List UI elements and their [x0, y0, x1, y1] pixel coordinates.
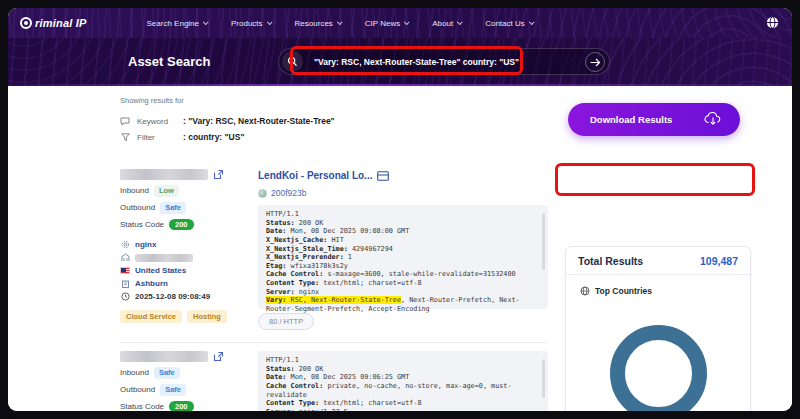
top-nav: riminal IP Search Engine Products Resour… — [8, 8, 792, 38]
nav-item-resources[interactable]: Resources — [295, 19, 341, 28]
search-icon — [282, 51, 303, 72]
favicon-hash[interactable]: 200f923b — [271, 188, 306, 198]
criminal-ip-logo[interactable]: riminal IP — [20, 17, 87, 29]
outbound-score-badge: Safe — [160, 202, 186, 214]
logo-icon — [20, 17, 32, 29]
inbound-score-badge: Low — [154, 185, 179, 197]
organization-icon — [120, 253, 130, 262]
search-bar[interactable]: "Vary: RSC, Next-Router-State-Tree" coun… — [278, 48, 610, 75]
asset-search-hero: Asset Search "Vary: RSC, Next-Router-Sta… — [8, 38, 792, 86]
port-protocol-badge[interactable]: 80 / HTTP — [258, 313, 314, 330]
chevron-down-icon — [337, 19, 343, 25]
outbound-label: Outbound — [120, 203, 155, 212]
filter-value: : country: "US" — [183, 132, 244, 142]
top-countries-label: Top Countries — [595, 286, 652, 296]
logo-text: riminal IP — [35, 17, 87, 29]
globe-icon — [580, 286, 590, 296]
inbound-label: Inbound — [120, 368, 149, 377]
result-1-title[interactable]: LendKoi - Personal Lo... — [258, 170, 389, 181]
screenshot-frame: riminal IP Search Engine Products Resour… — [0, 0, 800, 419]
search-query-text[interactable]: "Vary: RSC, Next-Router-State-Tree" coun… — [314, 57, 519, 67]
inbound-score-badge: Safe — [154, 367, 180, 379]
keyword-label: Keyword — [137, 117, 183, 126]
result-2-http-banner[interactable]: HTTP/1.1Status: 200 OKDate: Mon, 08 Dec … — [258, 351, 548, 411]
result-tags: Cloud Service Hosting — [120, 310, 255, 323]
redacted-ip — [120, 351, 208, 362]
us-flag-icon — [120, 267, 130, 274]
nav-menu: Search Engine Products Resources CIP New… — [147, 19, 533, 28]
clock-icon — [120, 292, 130, 301]
favicon-hash-row: 200f923b — [258, 188, 306, 198]
browser-window: riminal IP Search Engine Products Resour… — [8, 8, 792, 411]
redacted-hostname — [135, 254, 193, 262]
result-2-summary: InboundSafe OutboundSafe Status Code200 … — [120, 351, 255, 411]
city-value: Ashburn — [135, 279, 168, 288]
filter-row: Filter : country: "US" — [120, 132, 244, 142]
chevron-down-icon — [266, 19, 272, 25]
nav-item-about[interactable]: About — [432, 19, 461, 28]
nav-item-cip-news[interactable]: CIP News — [365, 19, 408, 28]
page-title: Asset Search — [128, 54, 210, 69]
status-code-label: Status Code — [120, 220, 164, 229]
tag-hosting: Hosting — [187, 310, 227, 323]
redacted-ip — [120, 169, 208, 180]
total-results-card: Total Results 109,487 Top Countries Unit… — [565, 246, 751, 411]
server-value: nginx — [135, 240, 156, 249]
top-countries-donut-chart[interactable] — [610, 325, 707, 411]
chevron-down-icon — [203, 19, 209, 25]
nav-item-contact-us[interactable]: Contact Us — [485, 19, 533, 28]
keyword-row: Keyword : "Vary: RSC, Next-Router-State-… — [120, 116, 335, 126]
status-code-badge: 200 — [169, 219, 194, 231]
total-results-label: Total Results — [578, 255, 643, 267]
chevron-down-icon — [529, 19, 535, 25]
external-link-icon[interactable] — [213, 351, 224, 362]
nav-item-products[interactable]: Products — [231, 19, 271, 28]
country-value: United States — [135, 266, 186, 275]
download-results-button[interactable]: Download Results — [568, 103, 740, 136]
filter-funnel-icon — [120, 133, 130, 142]
keyword-bubble-icon — [120, 117, 130, 126]
total-results-header: Total Results 109,487 — [566, 247, 750, 275]
language-globe-icon[interactable] — [766, 16, 779, 29]
cloud-download-icon — [704, 111, 722, 126]
city-building-icon — [120, 279, 130, 288]
screenshot-icon[interactable] — [377, 171, 389, 181]
outbound-score-badge: Safe — [160, 384, 186, 396]
chevron-down-icon — [404, 19, 410, 25]
gear-icon — [120, 240, 130, 249]
result-1-http-banner[interactable]: HTTP/1.1Status: 200 OKDate: Mon, 08 Dec … — [258, 205, 548, 309]
keyword-value: : "Vary: RSC, Next-Router-State-Tree" — [183, 116, 335, 126]
outbound-label: Outbound — [120, 385, 155, 394]
status-code-label: Status Code — [120, 402, 164, 411]
search-submit-button[interactable] — [585, 52, 605, 72]
result-1-summary: InboundLow OutboundSafe Status Code200 n… — [120, 169, 255, 323]
showing-results-label: Showing results for — [120, 96, 184, 105]
favicon-icon — [258, 189, 267, 198]
result-divider — [120, 342, 547, 343]
inbound-label: Inbound — [120, 186, 149, 195]
scan-timestamp: 2025-12-08 09:08:49 — [135, 292, 210, 301]
filter-label: Filter — [137, 133, 183, 142]
nav-item-search-engine[interactable]: Search Engine — [147, 19, 207, 28]
total-results-value: 109,487 — [700, 255, 738, 267]
external-link-icon[interactable] — [213, 169, 224, 180]
chevron-down-icon — [457, 19, 463, 25]
tag-cloud-service: Cloud Service — [120, 310, 182, 323]
top-countries-row: Top Countries — [580, 286, 750, 296]
status-code-badge: 200 — [169, 401, 194, 412]
